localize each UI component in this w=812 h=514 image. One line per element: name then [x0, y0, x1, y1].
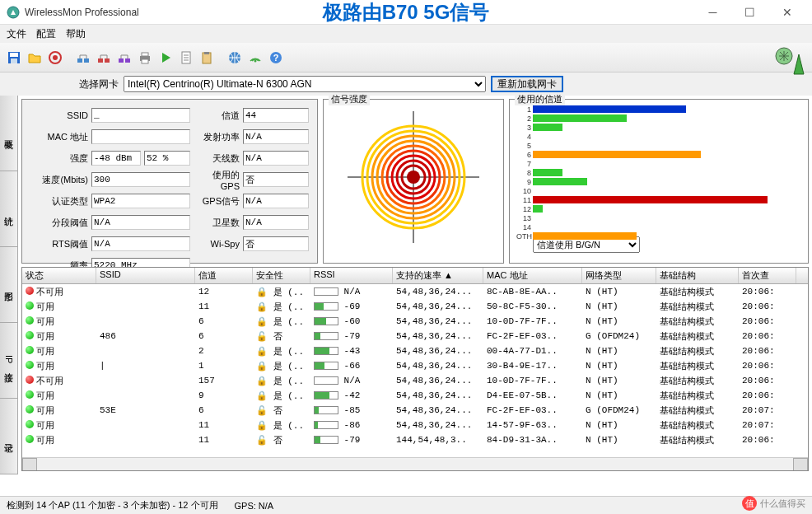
frag-field[interactable] [91, 215, 190, 230]
grid-header-col[interactable]: 网络类型 [582, 268, 656, 283]
channels-panel: 使用的信道 1234567891011121314OTH 信道使用 B/G/N [509, 99, 809, 264]
vtab-4[interactable]: 记录 [0, 399, 17, 474]
txpower-field[interactable] [243, 129, 309, 144]
globe-icon[interactable] [226, 49, 244, 67]
ssid-field[interactable] [91, 108, 190, 123]
nic-select[interactable]: Intel(R) Centrino(R) Ultimate-N 6300 AGN [124, 76, 486, 92]
target-icon[interactable] [46, 49, 64, 67]
mac-field[interactable] [91, 129, 190, 144]
svg-point-5 [53, 55, 58, 60]
svg-rect-2 [10, 53, 18, 57]
table-row[interactable]: 可用6🔒 是 (.. -6054,48,36,24...10-0D-7F-7F.… [22, 314, 808, 329]
table-row[interactable]: 可用11🔒 是 (.. -6954,48,36,24...50-8C-F5-30… [22, 299, 808, 314]
gps-signal-label: GPS信号 [197, 195, 240, 208]
signal-title: 信号强度 [329, 93, 370, 105]
vtab-0[interactable]: 概要 [0, 96, 17, 171]
minimize-button[interactable]: ─ [694, 1, 731, 24]
status-gps: GPS: N/A [235, 501, 274, 511]
grid-header-col[interactable]: 状态 [22, 268, 96, 283]
gps-used-label: 使用的GPS [197, 169, 240, 191]
vtab-2[interactable]: 图形 [0, 247, 17, 323]
svg-rect-14 [142, 59, 148, 63]
gps-signal-field[interactable] [243, 194, 309, 208]
statusbar: 检测到 14 个AP (11 个加密 - 3 个未加密) - 12 个可用 GP… [0, 496, 812, 514]
net3-icon[interactable] [115, 49, 133, 67]
table-row[interactable]: 可用11🔓 否 -79144,54,48,3..84-D9-31-3A..N (… [22, 432, 808, 447]
folder-icon[interactable] [26, 49, 44, 67]
print-icon[interactable] [136, 49, 154, 67]
vertical-tabs: 概要统计图形IP 连接记录 [0, 96, 18, 474]
sat-label: 卫星数 [197, 217, 240, 229]
signal-icon[interactable] [246, 49, 264, 67]
doc-icon[interactable] [177, 49, 195, 67]
play-icon[interactable] [156, 49, 175, 67]
table-row[interactable]: 可用9🔒 是 (.. -4254,48,36,24...D4-EE-07-5B.… [22, 388, 808, 403]
clipboard-icon[interactable] [198, 49, 216, 67]
grid-header: 状态SSID信道安全性RSSI支持的速率 ▲MAC 地址网络类型基础结构首次查 [22, 268, 808, 284]
table-row[interactable]: 不可用157🔒 是 (.. N/A54,48,36,24...10-0D-7F-… [22, 373, 808, 388]
table-row[interactable]: 可用4866🔓 否 -7954,48,36,24...FC-2F-EF-03..… [22, 329, 808, 343]
menu-config[interactable]: 配置 [36, 27, 56, 41]
grid-header-col[interactable]: SSID [96, 268, 195, 283]
svg-rect-8 [98, 58, 103, 63]
reload-nic-button[interactable]: 重新加载网卡 [491, 76, 563, 92]
auth-field[interactable] [91, 194, 190, 208]
nic-row: 选择网卡 Intel(R) Centrino(R) Ultimate-N 630… [0, 72, 812, 96]
channel-chart: 1234567891011121314OTH [513, 103, 805, 235]
svg-rect-7 [84, 58, 89, 63]
help-icon[interactable]: ? [267, 49, 285, 67]
channel-label: 信道 [197, 110, 240, 122]
antenna-field[interactable] [243, 151, 309, 166]
strength-pct-field[interactable] [144, 151, 190, 166]
grid-header-col[interactable]: RSSI [310, 268, 393, 283]
svg-point-19 [254, 59, 257, 62]
table-row[interactable]: 可用11🔒 是 (.. -8654,48,36,24...14-57-9F-63… [22, 418, 808, 432]
grid-body[interactable]: 不可用12🔒 是 (.. N/A54,48,36,24...8C-AB-8E-A… [22, 284, 808, 457]
nic-label: 选择网卡 [79, 77, 119, 91]
strength-dbm-field[interactable] [91, 151, 141, 166]
signal-strength-panel: 信号强度 [323, 99, 504, 264]
ap-grid: 状态SSID信道安全性RSSI支持的速率 ▲MAC 地址网络类型基础结构首次查 … [21, 267, 809, 471]
svg-rect-3 [11, 58, 17, 63]
speed-label: 速度(Mbits) [29, 174, 88, 186]
table-row[interactable]: 可用2🔒 是 (.. -4354,48,36,24...00-4A-77-D1.… [22, 343, 808, 358]
grid-header-col[interactable]: 首次查 [739, 268, 796, 283]
ssid-label: SSID [29, 110, 88, 120]
speed-field[interactable] [91, 172, 190, 187]
net1-icon[interactable] [74, 49, 92, 67]
table-row[interactable]: 可用53E6🔓 否 -8554,48,36,24...FC-2F-EF-03..… [22, 403, 808, 418]
svg-rect-11 [125, 58, 130, 63]
gps-used-field[interactable] [243, 172, 309, 187]
grid-header-col[interactable]: 信道 [195, 268, 253, 283]
titlebar: WirelessMon Professional 极路由B70 5G信号 ─ ☐… [0, 0, 812, 25]
menu-help[interactable]: 帮助 [66, 27, 86, 41]
save-icon[interactable] [5, 49, 23, 67]
grid-header-col[interactable]: 基础结构 [656, 268, 739, 283]
net2-icon[interactable] [95, 49, 113, 67]
rts-label: RTS阈值 [29, 238, 88, 250]
sat-field[interactable] [243, 215, 309, 230]
wispy-field[interactable] [243, 236, 309, 251]
vtab-3[interactable]: IP 连接 [0, 323, 17, 399]
horizontal-scrollbar[interactable] [22, 457, 808, 470]
wispy-label: Wi-Spy [197, 239, 240, 249]
auth-label: 认证类型 [29, 195, 88, 208]
channel-field[interactable] [243, 108, 309, 123]
overlay-title: 极路由B70 5G信号 [323, 0, 490, 26]
mac-label: MAC 地址 [29, 131, 88, 143]
signal-radar [327, 103, 500, 251]
watermark: 值 什么值得买 [742, 496, 805, 511]
grid-header-col[interactable]: 支持的速率 ▲ [393, 268, 483, 283]
table-row[interactable]: 可用|1🔒 是 (.. -6654,48,36,24...30-B4-9E-17… [22, 358, 808, 373]
svg-rect-17 [204, 52, 209, 54]
menu-file[interactable]: 文件 [7, 27, 26, 41]
close-button[interactable]: ✕ [768, 1, 805, 24]
rts-field[interactable] [91, 236, 190, 251]
vtab-1[interactable]: 统计 [0, 171, 17, 247]
svg-rect-9 [105, 58, 110, 63]
table-row[interactable]: 不可用12🔒 是 (.. N/A54,48,36,24...8C-AB-8E-A… [22, 284, 808, 299]
maximize-button[interactable]: ☐ [731, 1, 768, 24]
strength-label: 强度 [29, 152, 88, 165]
grid-header-col[interactable]: 安全性 [253, 268, 310, 283]
grid-header-col[interactable]: MAC 地址 [483, 268, 582, 283]
